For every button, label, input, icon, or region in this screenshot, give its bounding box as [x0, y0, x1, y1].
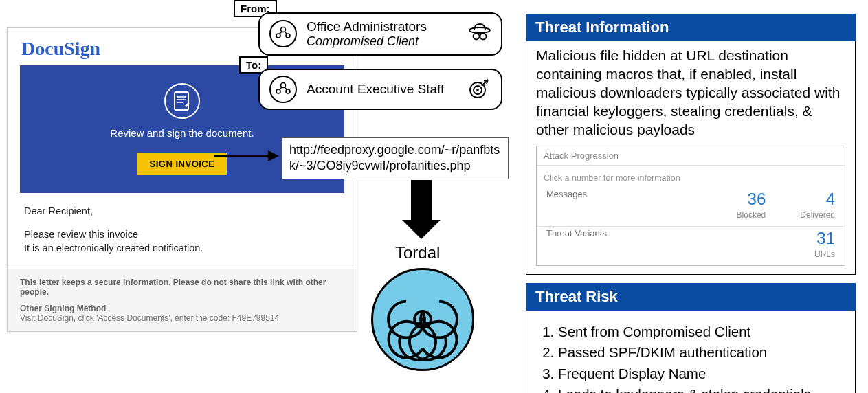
- threat-info-header: Threat Information: [526, 14, 856, 41]
- threat-risk-item: Passed SPF/DKIM authentication: [558, 342, 845, 363]
- arrow-line: [214, 155, 269, 157]
- stats-hint: Click a number for more information: [537, 166, 845, 188]
- to-callout: Account Executive Staff: [258, 69, 502, 110]
- svg-point-6: [286, 34, 290, 38]
- threat-risk-item: Leads to keyloggers & stolen credentials: [558, 384, 845, 393]
- document-icon: [164, 83, 200, 119]
- svg-point-14: [276, 89, 280, 93]
- blocked-label: Blocked: [737, 210, 766, 221]
- threat-info-description: Malicious file hidden at URL destination…: [536, 47, 845, 139]
- svg-point-15: [286, 89, 290, 93]
- email-line-2: It is an electronically created notifica…: [24, 243, 340, 254]
- svg-line-17: [285, 87, 287, 89]
- from-title: Office Administrators: [307, 19, 427, 34]
- svg-point-9: [469, 27, 490, 33]
- target-icon: [468, 78, 491, 101]
- blocked-count[interactable]: 36: [737, 189, 766, 210]
- stats-row-variants: Threat Variants 31 URLs: [537, 227, 845, 265]
- email-footer: This letter keeps a secure information. …: [8, 269, 357, 331]
- svg-line-7: [280, 32, 282, 34]
- threat-risk-list: Sent from Compromised Client Passed SPF/…: [551, 322, 845, 393]
- people-icon: [269, 20, 297, 47]
- svg-point-5: [276, 34, 280, 38]
- threat-risk-header: Threat Risk: [526, 283, 856, 311]
- stats-row-label: Messages: [546, 189, 737, 201]
- threat-risk-panel: Threat Risk Sent from Compromised Client…: [526, 283, 856, 393]
- threat-risk-body: Sent from Compromised Client Passed SPF/…: [526, 311, 856, 393]
- malware-name-label: Tordal: [395, 243, 440, 262]
- email-line-1: Please review this invoice: [24, 229, 340, 240]
- to-title: Account Executive Staff: [307, 82, 444, 97]
- svg-point-20: [476, 89, 479, 91]
- svg-line-16: [280, 87, 282, 89]
- urls-count[interactable]: 31: [814, 228, 835, 249]
- from-subtitle: Compromised Client: [307, 34, 427, 49]
- svg-point-13: [281, 83, 286, 88]
- attack-progression-box: Attack Progression Click a number for mo…: [536, 146, 845, 266]
- stats-title: Attack Progression: [537, 146, 845, 166]
- arrow-head-icon: [268, 150, 279, 161]
- threat-risk-item: Sent from Compromised Client: [558, 322, 845, 342]
- footer-warning: This letter keeps a secure information. …: [20, 278, 344, 297]
- delivered-count[interactable]: 4: [800, 189, 835, 210]
- svg-point-4: [281, 27, 286, 32]
- svg-rect-0: [175, 92, 188, 110]
- sign-invoice-button[interactable]: SIGN INVOICE: [137, 153, 227, 175]
- biohazard-icon: [371, 268, 474, 371]
- right-column: Threat Information Malicious file hidden…: [526, 14, 856, 393]
- document-svg-icon: [173, 91, 191, 111]
- svg-point-11: [480, 34, 487, 40]
- people-icon: [269, 76, 297, 103]
- urls-label: URLs: [814, 249, 835, 260]
- footer-method-title: Other Signing Method: [20, 304, 344, 313]
- threat-info-body: Malicious file hidden at URL destination…: [526, 41, 856, 275]
- from-callout: Office Administrators Compromised Client: [258, 12, 502, 56]
- down-arrow-icon: [402, 180, 441, 239]
- delivered-label: Delivered: [800, 210, 835, 221]
- threat-risk-item: Frequent Display Name: [558, 363, 845, 384]
- svg-line-8: [285, 32, 287, 34]
- stats-row-messages: Messages 36 Blocked 4 Delivered: [537, 188, 845, 226]
- stats-row-label: Threat Variants: [546, 228, 814, 240]
- email-greeting: Dear Recipient,: [24, 205, 340, 216]
- email-body: Dear Recipient, Please review this invoi…: [16, 193, 348, 259]
- spy-icon: [468, 22, 491, 45]
- malicious-url-box: http://feedproxy.google.com/~r/panfbtsk/…: [282, 137, 509, 179]
- svg-point-10: [474, 34, 480, 40]
- footer-method-text: Visit DocuSign, click 'Access Documents'…: [20, 313, 344, 323]
